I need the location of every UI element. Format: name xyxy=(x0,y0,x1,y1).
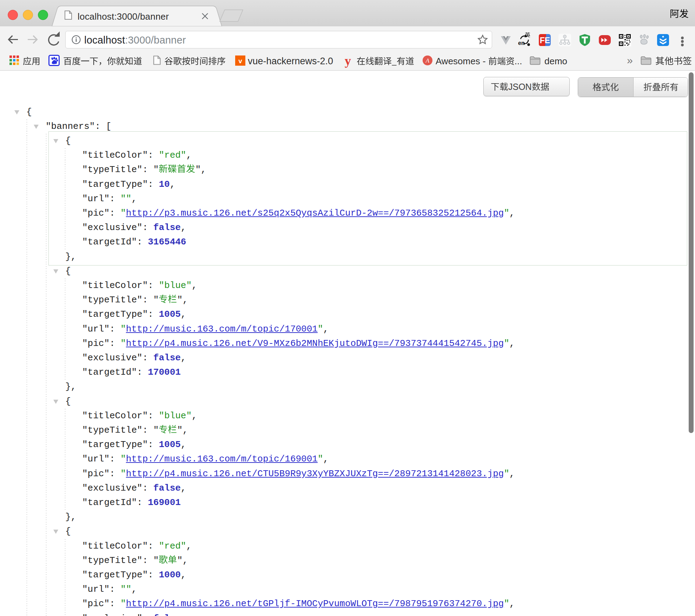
svg-text:v: v xyxy=(238,57,242,65)
svg-text:FE: FE xyxy=(540,36,550,45)
svg-text:A: A xyxy=(425,57,430,64)
